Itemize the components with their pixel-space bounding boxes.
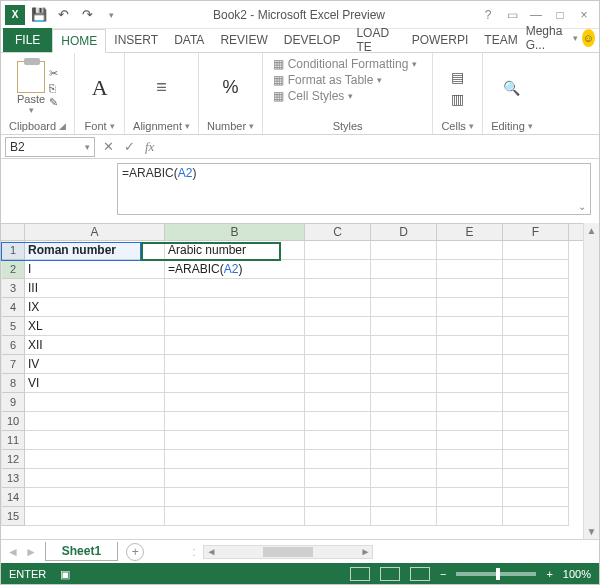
row-header-15[interactable]: 15 <box>2 507 24 526</box>
cell-E14[interactable] <box>437 488 503 507</box>
cell-E6[interactable] <box>437 336 503 355</box>
cell-D3[interactable] <box>371 279 437 298</box>
cell-A10[interactable] <box>25 412 165 431</box>
cell-C15[interactable] <box>305 507 371 526</box>
copy-icon[interactable]: ⎘ <box>49 82 58 94</box>
scroll-right-icon[interactable]: ► <box>361 546 371 557</box>
cell-A15[interactable] <box>25 507 165 526</box>
find-icon[interactable]: 🔍 <box>503 80 520 96</box>
row-header-2[interactable]: 2 <box>2 260 24 279</box>
vertical-scrollbar[interactable]: ▲▼ <box>583 223 599 539</box>
cell-D14[interactable] <box>371 488 437 507</box>
col-header-F[interactable]: F <box>503 224 569 240</box>
col-header-A[interactable]: A <box>25 224 165 240</box>
cell-D13[interactable] <box>371 469 437 488</box>
cell-B3[interactable] <box>165 279 305 298</box>
enter-formula-icon[interactable]: ✓ <box>124 139 135 154</box>
cell-C1[interactable] <box>305 241 371 260</box>
row-header-6[interactable]: 6 <box>2 336 24 355</box>
cell-F8[interactable] <box>503 374 569 393</box>
cell-C10[interactable] <box>305 412 371 431</box>
row-header-1[interactable]: 1 <box>2 241 24 260</box>
col-header-C[interactable]: C <box>305 224 371 240</box>
cell-C6[interactable] <box>305 336 371 355</box>
cell-B12[interactable] <box>165 450 305 469</box>
tab-team[interactable]: TEAM <box>476 28 525 52</box>
sheet-nav-next-icon[interactable]: ► <box>25 545 37 559</box>
alignment-menu-icon[interactable]: ▾ <box>185 121 190 131</box>
tab-loadte[interactable]: LOAD TE <box>348 28 403 52</box>
cell-E9[interactable] <box>437 393 503 412</box>
cell-F14[interactable] <box>503 488 569 507</box>
cell-D6[interactable] <box>371 336 437 355</box>
tab-review[interactable]: REVIEW <box>212 28 275 52</box>
cell-D9[interactable] <box>371 393 437 412</box>
cell-D15[interactable] <box>371 507 437 526</box>
cell-A6[interactable]: XII <box>25 336 165 355</box>
cell-A12[interactable] <box>25 450 165 469</box>
paste-menu-icon[interactable]: ▾ <box>29 105 34 115</box>
cell-B2[interactable]: =ARABIC(A2) <box>165 260 305 279</box>
cell-E13[interactable] <box>437 469 503 488</box>
view-pagebreak-icon[interactable] <box>410 567 430 581</box>
cell-D11[interactable] <box>371 431 437 450</box>
insert-cells-icon[interactable]: ▤ <box>451 69 464 85</box>
cell-B11[interactable] <box>165 431 305 450</box>
cell-F10[interactable] <box>503 412 569 431</box>
undo-icon[interactable]: ↶ <box>53 5 73 25</box>
cell-E15[interactable] <box>437 507 503 526</box>
cell-D4[interactable] <box>371 298 437 317</box>
close-icon[interactable]: × <box>573 5 595 25</box>
cell-styles-button[interactable]: ▦Cell Styles▾ <box>273 89 423 103</box>
row-header-11[interactable]: 11 <box>2 431 24 450</box>
cell-A9[interactable] <box>25 393 165 412</box>
cell-C12[interactable] <box>305 450 371 469</box>
name-box-dropdown-icon[interactable]: ▾ <box>85 142 90 152</box>
row-header-9[interactable]: 9 <box>2 393 24 412</box>
row-header-7[interactable]: 7 <box>2 355 24 374</box>
ribbon-options-icon[interactable]: ▭ <box>501 5 523 25</box>
minimize-icon[interactable]: — <box>525 5 547 25</box>
cell-F6[interactable] <box>503 336 569 355</box>
zoom-value[interactable]: 100% <box>563 568 591 580</box>
delete-cells-icon[interactable]: ▥ <box>451 91 464 107</box>
hscroll-thumb[interactable] <box>263 547 313 557</box>
cell-E2[interactable] <box>437 260 503 279</box>
row-header-10[interactable]: 10 <box>2 412 24 431</box>
account-menu-icon[interactable]: ▾ <box>573 33 578 43</box>
cell-D7[interactable] <box>371 355 437 374</box>
cell-E4[interactable] <box>437 298 503 317</box>
cell-B6[interactable] <box>165 336 305 355</box>
scroll-up-icon[interactable]: ▲ <box>587 225 597 236</box>
cell-C9[interactable] <box>305 393 371 412</box>
cell-F1[interactable] <box>503 241 569 260</box>
cell-C4[interactable] <box>305 298 371 317</box>
cell-C7[interactable] <box>305 355 371 374</box>
cell-C8[interactable] <box>305 374 371 393</box>
cell-D12[interactable] <box>371 450 437 469</box>
cell-F11[interactable] <box>503 431 569 450</box>
cell-F13[interactable] <box>503 469 569 488</box>
row-header-5[interactable]: 5 <box>2 317 24 336</box>
help-icon[interactable]: ? <box>477 5 499 25</box>
cancel-formula-icon[interactable]: ✕ <box>103 139 114 154</box>
format-painter-icon[interactable]: ✎ <box>49 96 58 109</box>
row-header-3[interactable]: 3 <box>2 279 24 298</box>
row-header-12[interactable]: 12 <box>2 450 24 469</box>
redo-icon[interactable]: ↷ <box>77 5 97 25</box>
sheet-tab[interactable]: Sheet1 <box>45 542 118 561</box>
cut-icon[interactable]: ✂ <box>49 67 58 80</box>
cell-A8[interactable]: VI <box>25 374 165 393</box>
tab-home[interactable]: HOME <box>52 29 106 53</box>
cell-F3[interactable] <box>503 279 569 298</box>
row-header-14[interactable]: 14 <box>2 488 24 507</box>
cell-E3[interactable] <box>437 279 503 298</box>
tab-data[interactable]: DATA <box>166 28 212 52</box>
cell-C13[interactable] <box>305 469 371 488</box>
paste-button[interactable]: Paste <box>17 93 45 105</box>
cell-D1[interactable] <box>371 241 437 260</box>
editing-menu-icon[interactable]: ▾ <box>528 121 533 131</box>
cell-B7[interactable] <box>165 355 305 374</box>
conditional-formatting-button[interactable]: ▦Conditional Formatting▾ <box>273 57 423 71</box>
new-sheet-icon[interactable]: + <box>126 543 144 561</box>
